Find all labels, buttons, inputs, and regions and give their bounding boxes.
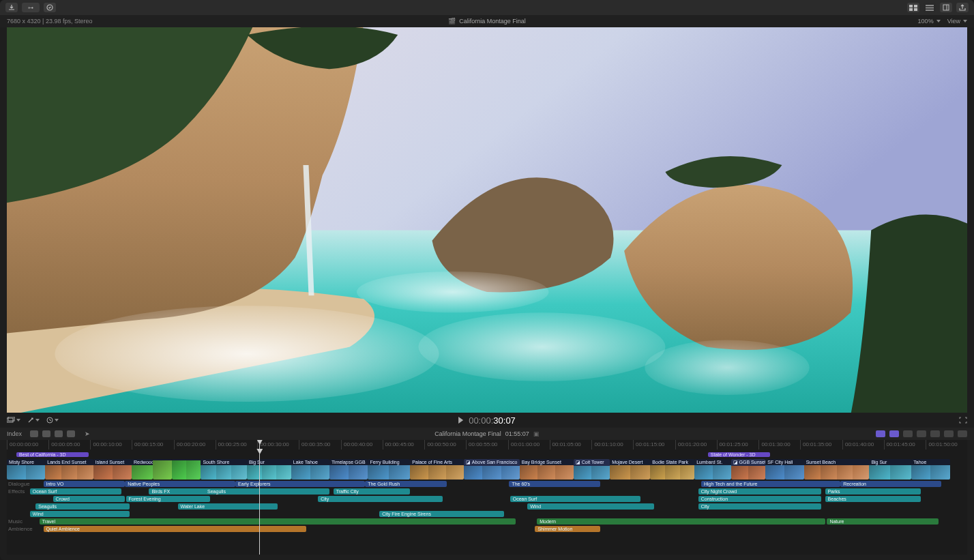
- connected-clip-icon: ◪: [576, 460, 582, 465]
- solo-button[interactable]: [903, 430, 913, 437]
- background-tasks-button[interactable]: [44, 3, 56, 12]
- chevron-down-icon: [35, 419, 40, 422]
- append-clip-button[interactable]: [55, 430, 63, 437]
- dialogue-clip[interactable]: Intro VO: [44, 481, 126, 487]
- keyword-button[interactable]: ⊶: [22, 3, 40, 12]
- ambience-clip[interactable]: Quiet Ambience: [44, 526, 307, 532]
- viewer[interactable]: [7, 27, 967, 413]
- playhead[interactable]: [259, 450, 260, 555]
- skimming-button[interactable]: [876, 430, 885, 437]
- clip-thumbnail: [410, 465, 428, 480]
- music-clip[interactable]: Modern: [537, 518, 825, 525]
- audio-skimming-button[interactable]: [889, 430, 899, 437]
- share-button[interactable]: [956, 3, 969, 12]
- video-clip[interactable]: Palace of Fine Arts: [410, 459, 464, 480]
- video-clip[interactable]: ◪ Above San Francisco: [464, 459, 520, 480]
- effects-clip[interactable]: City: [318, 496, 443, 502]
- play-button[interactable]: [458, 417, 463, 424]
- layout-list-button[interactable]: [924, 3, 936, 12]
- effects-browser-button[interactable]: [944, 430, 954, 437]
- video-clip[interactable]: South Shore: [201, 459, 247, 480]
- insert-clip-button[interactable]: [42, 430, 50, 437]
- index-button[interactable]: Index: [7, 430, 22, 437]
- effects-clip[interactable]: Forest Evening: [126, 496, 211, 502]
- video-clip[interactable]: Mojave Desert: [610, 459, 650, 480]
- video-clip[interactable]: Timelapse GGB: [329, 459, 368, 480]
- dialogue-clip[interactable]: The 60's: [509, 481, 600, 487]
- connect-clip-button[interactable]: [30, 430, 38, 437]
- video-clip[interactable]: SF City Hall: [765, 459, 803, 480]
- music-clip[interactable]: Nature: [827, 518, 938, 525]
- ambience-clip[interactable]: Shimmer Motion: [535, 526, 600, 532]
- video-clip[interactable]: Island Sunset: [93, 459, 132, 480]
- effects-clip[interactable]: Ocean Surf: [510, 496, 640, 502]
- project-title: California Montage Final: [459, 18, 526, 25]
- dialogue-clip[interactable]: The Gold Rush: [365, 481, 447, 487]
- timecode-display[interactable]: 00:00:30:07: [469, 415, 516, 426]
- role-label-ambience: Ambience: [8, 526, 33, 532]
- effects-clip[interactable]: City: [698, 503, 821, 510]
- video-clip[interactable]: Tahoe: [911, 459, 949, 480]
- video-clip[interactable]: Misty Shore: [7, 459, 45, 480]
- transitions-browser-button[interactable]: [958, 430, 967, 437]
- effects-menu[interactable]: [27, 417, 40, 424]
- video-clip[interactable]: Lake Tahoe: [291, 459, 329, 480]
- zoom-level[interactable]: 100%: [918, 18, 934, 25]
- video-clip[interactable]: [172, 459, 201, 480]
- video-clip[interactable]: Lumbard St.: [694, 459, 731, 480]
- ruler-tick: 00:00:25:00: [216, 440, 247, 450]
- effects-clip[interactable]: Seagulls: [35, 503, 130, 510]
- effects-clip[interactable]: Ocean Surf: [30, 488, 121, 495]
- video-clip[interactable]: Big Sur: [247, 459, 291, 480]
- clip-label: Big Sur: [247, 459, 291, 465]
- video-clip[interactable]: Bay Bridge Sunset: [520, 459, 574, 480]
- effects-clip[interactable]: Beaches: [825, 496, 921, 502]
- dialogue-clip[interactable]: High Tech and the Future: [701, 481, 840, 487]
- ruler-tick: 00:01:25:00: [717, 440, 748, 450]
- overwrite-clip-button[interactable]: [67, 430, 75, 437]
- video-clip[interactable]: ◪ GGB Sunset: [731, 459, 766, 480]
- music-clip[interactable]: Travel: [40, 518, 516, 525]
- clip-appearance-menu[interactable]: [7, 417, 20, 424]
- video-clip[interactable]: Sunset Beach: [804, 459, 870, 480]
- effects-clip[interactable]: Parks: [825, 488, 921, 495]
- view-menu[interactable]: View: [947, 18, 960, 25]
- layout-grid-button[interactable]: [907, 3, 919, 12]
- effects-clip[interactable]: Seagulls: [205, 488, 329, 495]
- dialogue-clip[interactable]: Early Explorers: [235, 481, 365, 487]
- video-clip[interactable]: Redwoods: [132, 459, 153, 480]
- video-clip[interactable]: [153, 459, 172, 480]
- effects-clip[interactable]: Crowd: [53, 496, 126, 502]
- video-clip[interactable]: Lands End Sunset: [45, 459, 93, 480]
- playhead[interactable]: [259, 440, 260, 450]
- ruler-tick: 00:01:15:00: [633, 440, 664, 450]
- chapter-marker[interactable]: Best of California - 3D: [16, 452, 89, 457]
- clip-thumbnail: [665, 465, 680, 480]
- effects-clip[interactable]: City Fire Engine Sirens: [379, 511, 504, 517]
- effects-clip[interactable]: Wind: [30, 511, 130, 517]
- import-button[interactable]: [5, 3, 18, 12]
- retime-menu[interactable]: [46, 417, 59, 424]
- toggle-inspector-button[interactable]: [940, 3, 952, 12]
- effects-clip[interactable]: Construction: [698, 496, 821, 502]
- effects-clip[interactable]: Wind: [527, 503, 654, 510]
- video-clip[interactable]: ◪ Coit Tower: [574, 459, 610, 480]
- timeline-tracks[interactable]: Best of California - 3DState of Wonder -…: [7, 450, 967, 555]
- dialogue-lane: Intro VONative PeoplesEarly ExplorersThe…: [7, 481, 967, 488]
- effects-clip[interactable]: Birds FX: [149, 488, 211, 495]
- snapping-button[interactable]: [917, 430, 926, 437]
- dialogue-clip[interactable]: Native Peoples: [125, 481, 235, 487]
- dialogue-clip[interactable]: Recreation: [840, 481, 941, 487]
- effects-clip[interactable]: Traffic City: [334, 488, 411, 495]
- arrow-tool-button[interactable]: ➤: [85, 430, 90, 437]
- chapter-marker[interactable]: State of Wonder - 3D: [708, 452, 771, 457]
- fullscreen-button[interactable]: [959, 417, 967, 424]
- timeline-ruler[interactable]: 00:00:00:0000:00:05:0000:00:10:0000:00:1…: [7, 440, 967, 450]
- effects-clip[interactable]: Water Lake: [178, 503, 278, 510]
- video-clip[interactable]: Big Sur: [869, 459, 911, 480]
- clip-label: ◪ Above San Francisco: [464, 459, 520, 466]
- video-clip[interactable]: Bodie State Park: [650, 459, 694, 480]
- clip-appearance-button[interactable]: [930, 430, 940, 437]
- video-clip[interactable]: Ferry Building: [368, 459, 410, 480]
- effects-clip[interactable]: City Night Crowd: [698, 488, 821, 495]
